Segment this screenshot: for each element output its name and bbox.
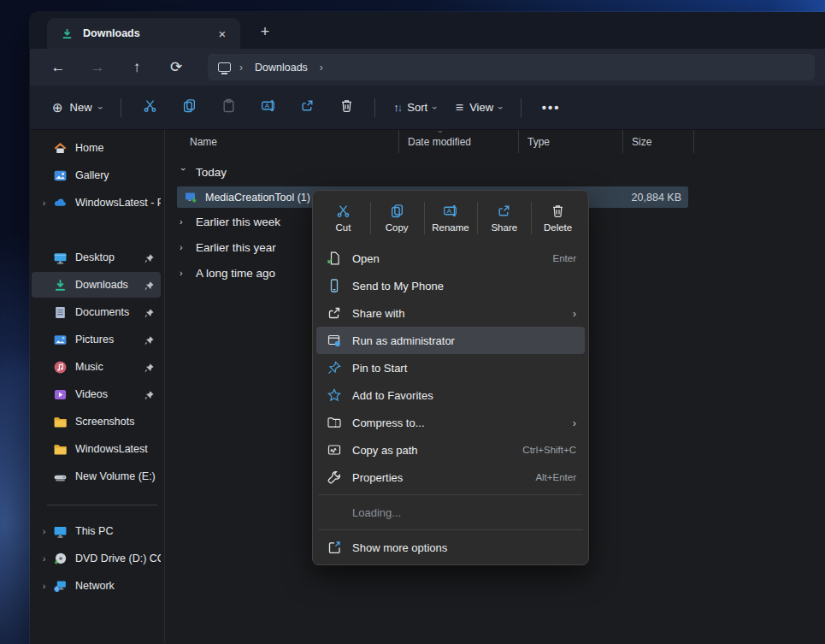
open-icon bbox=[327, 251, 342, 266]
sidebar-item-windowslatest-onedrive[interactable]: › WindowsLatest - Pe bbox=[32, 190, 161, 216]
copy-icon bbox=[390, 204, 404, 218]
more-options-button[interactable]: ••• bbox=[530, 100, 573, 115]
sort-arrows-icon: ↑↓ bbox=[393, 101, 401, 114]
submenu-chevron-icon: › bbox=[573, 307, 576, 320]
refresh-button[interactable]: ⟳ bbox=[156, 53, 196, 82]
menu-item-run-as-administrator[interactable]: Run as administrator bbox=[316, 327, 585, 354]
home-icon bbox=[53, 141, 68, 156]
tab-downloads[interactable]: Downloads × bbox=[47, 18, 240, 49]
sidebar-item-music[interactable]: Music bbox=[32, 354, 161, 380]
menu-item-shortcut: Ctrl+Shift+C bbox=[522, 445, 576, 455]
chevron-right-icon[interactable]: › bbox=[38, 198, 50, 208]
menu-item-label: Pin to Start bbox=[352, 362, 576, 375]
column-header-date-modified[interactable]: › Date modified bbox=[399, 130, 519, 153]
sidebar-item-videos[interactable]: Videos bbox=[32, 381, 161, 407]
arrow-up-icon: ↑ bbox=[133, 59, 141, 76]
forward-button[interactable]: → bbox=[78, 53, 117, 82]
network-icon bbox=[53, 579, 68, 594]
sidebar-item-documents[interactable]: Documents bbox=[32, 299, 161, 325]
menu-item-label: Add to Favorites bbox=[352, 389, 576, 402]
sidebar-item-screenshots[interactable]: Screenshots bbox=[32, 409, 161, 434]
sidebar-item-label: Pictures bbox=[75, 334, 144, 346]
chevron-right-icon: › bbox=[180, 216, 188, 227]
sidebar-item-label: Screenshots bbox=[75, 416, 161, 428]
file-size: 20,884 KB bbox=[632, 192, 681, 204]
menu-item-pin-to-start[interactable]: Pin to Start bbox=[316, 354, 585, 381]
file-name: MediaCreationTool (1) bbox=[205, 192, 310, 204]
delete-command[interactable]: Delete bbox=[531, 194, 585, 242]
chevron-right-icon[interactable]: › bbox=[38, 581, 50, 591]
chevron-down-icon: › bbox=[179, 168, 189, 176]
cut-icon bbox=[336, 204, 351, 218]
sidebar-item-downloads[interactable]: Downloads bbox=[32, 272, 161, 298]
menu-item-share-with[interactable]: Share with › bbox=[316, 299, 585, 327]
back-button[interactable]: ← bbox=[38, 53, 78, 82]
svg-text:A: A bbox=[447, 207, 452, 215]
column-header-name[interactable]: Name bbox=[165, 130, 399, 153]
sidebar-item-windowslatest-folder[interactable]: WindowsLatest bbox=[32, 436, 161, 462]
refresh-icon: ⟳ bbox=[170, 58, 182, 76]
new-button[interactable]: ⊕ New › bbox=[42, 93, 112, 122]
plus-circle-icon: ⊕ bbox=[52, 100, 63, 115]
app-icon bbox=[185, 191, 198, 204]
sidebar-item-home[interactable]: Home bbox=[32, 135, 161, 161]
sidebar-item-label: Music bbox=[75, 361, 144, 373]
sidebar-item-label: Network bbox=[75, 580, 161, 592]
copy-command[interactable]: Copy bbox=[370, 194, 424, 242]
menu-item-loading: Loading... bbox=[316, 499, 585, 526]
computer-icon bbox=[53, 524, 68, 539]
navigation-pane: Home Gallery › WindowsLatest - Pe Deskto… bbox=[30, 130, 164, 643]
column-label: Name bbox=[190, 136, 217, 148]
sidebar-item-pictures[interactable]: Pictures bbox=[32, 327, 161, 352]
column-header-size[interactable]: Size bbox=[623, 130, 694, 153]
menu-item-send-to-my-phone[interactable]: Send to My Phone bbox=[316, 272, 585, 299]
rename-icon: A bbox=[443, 204, 457, 218]
new-tab-button[interactable]: + bbox=[252, 19, 278, 44]
tab-bar: Downloads × + bbox=[30, 12, 825, 49]
menu-item-show-more-options[interactable]: Show more options bbox=[316, 534, 585, 561]
phone-icon bbox=[327, 278, 342, 293]
copy-path-icon bbox=[327, 442, 342, 458]
downloads-icon bbox=[53, 278, 68, 292]
sidebar-item-dvd-drive[interactable]: › DVD Drive (D:) CCC bbox=[32, 546, 161, 571]
sidebar-item-gallery[interactable]: Gallery bbox=[32, 162, 161, 188]
paste-icon bbox=[221, 98, 236, 116]
copy-button[interactable] bbox=[169, 93, 209, 122]
sidebar-item-new-volume-e[interactable]: New Volume (E:) bbox=[32, 464, 161, 489]
share-button[interactable] bbox=[287, 93, 327, 122]
sidebar-item-label: DVD Drive (D:) CCC bbox=[75, 552, 161, 564]
sidebar-item-label: Videos bbox=[75, 388, 144, 400]
tab-title: Downloads bbox=[83, 27, 202, 39]
close-icon[interactable]: × bbox=[211, 23, 233, 44]
sort-button[interactable]: ↑↓ Sort › bbox=[384, 93, 446, 122]
sidebar-item-network[interactable]: › Network bbox=[32, 573, 161, 599]
menu-item-open[interactable]: Open Enter bbox=[316, 245, 585, 272]
group-header-today[interactable]: › Today bbox=[165, 161, 825, 183]
sort-button-label: Sort bbox=[407, 101, 427, 114]
paste-button[interactable] bbox=[209, 93, 248, 122]
cut-command-label: Cut bbox=[335, 222, 351, 233]
breadcrumb-downloads[interactable]: Downloads bbox=[251, 59, 311, 76]
share-command[interactable]: Share bbox=[477, 194, 531, 242]
chevron-right-icon[interactable]: › bbox=[38, 526, 50, 536]
rename-command[interactable]: A Rename bbox=[424, 194, 478, 242]
menu-item-shortcut: Enter bbox=[553, 253, 577, 263]
rename-button[interactable]: A bbox=[248, 93, 287, 122]
sidebar-item-label: This PC bbox=[75, 525, 161, 537]
cut-button[interactable] bbox=[130, 93, 169, 122]
pin-icon bbox=[144, 252, 155, 263]
chevron-right-icon[interactable]: › bbox=[38, 553, 50, 564]
menu-item-add-to-favorites[interactable]: Add to Favorites bbox=[316, 381, 585, 409]
cut-command[interactable]: Cut bbox=[316, 194, 370, 242]
menu-item-compress-to[interactable]: Compress to... › bbox=[316, 409, 585, 436]
address-bar[interactable]: › Downloads › bbox=[208, 54, 815, 80]
view-button[interactable]: ≡ View › bbox=[446, 93, 512, 122]
up-button[interactable]: ↑ bbox=[117, 53, 156, 82]
delete-button[interactable] bbox=[327, 93, 366, 122]
sidebar-item-desktop[interactable]: Desktop bbox=[32, 245, 161, 270]
menu-item-copy-as-path[interactable]: Copy as path Ctrl+Shift+C bbox=[316, 436, 585, 464]
sidebar-item-this-pc[interactable]: › This PC bbox=[32, 518, 161, 544]
menu-item-label: Send to My Phone bbox=[352, 280, 576, 292]
menu-item-properties[interactable]: Properties Alt+Enter bbox=[316, 464, 585, 491]
column-header-type[interactable]: Type bbox=[519, 130, 623, 153]
